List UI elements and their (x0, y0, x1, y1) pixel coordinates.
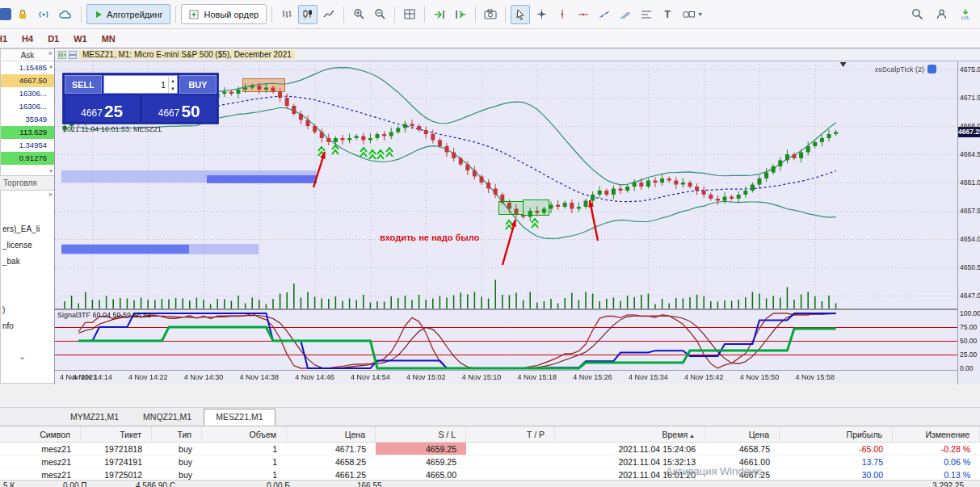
table-cell[interactable]: 4659.25 (376, 456, 466, 468)
volume-spinner[interactable]: ▲▼ (168, 77, 177, 93)
table-cell[interactable]: 4659.25 (376, 443, 466, 456)
table-cell[interactable]: 1 (202, 456, 287, 468)
buy-button[interactable]: BUY (179, 75, 217, 94)
volume-stepper[interactable]: 1 ▲▼ (103, 75, 178, 94)
signal-icon[interactable] (34, 5, 53, 24)
indicator-panel[interactable]: Signal3TF 60.04 50.59 66.52 (55, 310, 957, 370)
ask-column-header[interactable]: Ask (1, 49, 54, 61)
channel-icon[interactable] (616, 5, 635, 24)
bar-chart-icon[interactable] (277, 5, 297, 24)
camera-icon[interactable] (481, 5, 500, 24)
table-cell[interactable]: 19721818 (81, 443, 152, 456)
timeframe-H1[interactable]: H1 (0, 32, 15, 45)
scroll-down-icon[interactable]: ▼ (48, 169, 53, 174)
quote-value[interactable]: 0.91276 (1, 152, 54, 165)
horizontal-line-icon[interactable] (574, 5, 593, 24)
indicator-canvas[interactable] (55, 310, 957, 370)
timeframe-D1[interactable]: D1 (40, 32, 66, 45)
spinner-down-icon[interactable]: ▼ (169, 85, 177, 93)
table-cell[interactable] (466, 456, 555, 468)
table-header-cell[interactable]: S / L (376, 426, 466, 443)
navigator-item[interactable]: ers)_EA_li (1, 221, 54, 237)
algotrading-button[interactable]: Алготрейдинг (86, 4, 170, 24)
search-icon[interactable] (907, 5, 927, 24)
close-icon[interactable]: × (48, 50, 53, 57)
table-cell[interactable]: mesz21 (0, 443, 81, 456)
table-cell[interactable]: 4658.25 (287, 456, 376, 468)
sell-button[interactable]: SELL (65, 75, 102, 94)
quote-value[interactable]: 1.15485 (1, 61, 54, 74)
scroll-up-icon[interactable]: ▲ (48, 64, 53, 69)
table-cell[interactable]: mesz21 (0, 456, 81, 468)
navigator-item[interactable]: nfo (1, 318, 54, 334)
chart-tab-MESZ21M1[interactable]: MESZ21,M1 (204, 409, 275, 426)
chart-titlebar[interactable]: MESZ21, M1: Micro E-mini S&P 500 ($5), D… (55, 48, 980, 61)
lock-icon[interactable] (13, 5, 32, 24)
quote-value[interactable]: 1.34954 (1, 139, 54, 152)
chart-tab-MYMZ21M1[interactable]: MYMZ21,M1 (58, 409, 131, 426)
time-axis[interactable]: 4 Nov 20214 Nov 14:144 Nov 14:224 Nov 14… (55, 370, 957, 384)
trendline-icon[interactable] (595, 5, 614, 24)
table-cell[interactable] (466, 443, 555, 456)
table-cell[interactable]: -65.00 (780, 443, 893, 456)
table-header-cell[interactable]: Прибыль (780, 426, 893, 443)
navigator-item[interactable]: ) (1, 302, 54, 318)
volume-value[interactable]: 1 (104, 80, 168, 90)
zoom-out-icon[interactable] (370, 5, 389, 24)
quote-value[interactable]: 35949 (1, 113, 54, 126)
scroll-to-end-icon[interactable] (430, 5, 449, 24)
table-header-cell[interactable]: Объем (202, 426, 287, 443)
navigator-item[interactable] (1, 286, 54, 302)
table-cell[interactable]: buy (152, 456, 202, 468)
user-profile-icon[interactable] (932, 5, 951, 24)
trade-section-label[interactable]: Торговля (0, 176, 55, 190)
table-header-cell[interactable]: Изменение (893, 426, 980, 443)
table-cell[interactable]: 19724191 (81, 456, 152, 468)
shapes-icon[interactable]: ▼ (679, 5, 706, 24)
table-header-cell[interactable]: Цена (705, 426, 780, 443)
table-header-cell[interactable]: Символ (0, 426, 81, 443)
cloud-icon[interactable] (55, 5, 76, 24)
quote-value[interactable]: 16306... (1, 87, 54, 100)
navigator-item[interactable]: _license (1, 237, 54, 254)
table-cell[interactable]: -0.28 % (893, 443, 980, 456)
table-cell[interactable]: 13.75 (780, 456, 893, 468)
table-cell[interactable]: 1 (202, 443, 287, 456)
quote-value[interactable]: 4667.50 (1, 74, 54, 87)
table-cell[interactable]: 0.06 % (893, 456, 980, 468)
quote-value[interactable]: 113.629 (1, 126, 54, 139)
text-tool-icon[interactable]: T (658, 5, 677, 24)
table-header-cell[interactable]: Время ▲ (555, 426, 705, 443)
cursor-icon[interactable] (511, 5, 530, 24)
price-scale[interactable]: 4667.25 4675.004671.504668.004664.504661… (957, 61, 980, 384)
new-order-button[interactable]: Новый ордер (181, 4, 267, 24)
line-chart-icon[interactable] (319, 5, 339, 24)
navigator-item[interactable]: _bak (1, 254, 54, 270)
timeframe-MN[interactable]: MN (95, 32, 123, 45)
tile-windows-icon[interactable] (400, 5, 419, 24)
lvl-download-icon[interactable]: LVL (956, 5, 975, 24)
timeframe-H4[interactable]: H4 (15, 32, 40, 45)
table-cell[interactable]: 4671.75 (287, 443, 376, 456)
chart-tab-MNQZ21M1[interactable]: MNQZ21,M1 (131, 409, 204, 426)
table-header-cell[interactable]: Тип (152, 426, 202, 443)
navigator-item[interactable] (1, 270, 54, 286)
auto-scroll-icon[interactable] (451, 5, 470, 24)
spinner-up-icon[interactable]: ▲ (169, 77, 177, 85)
table-cell[interactable]: 4658.75 (705, 443, 780, 456)
table-header-cell[interactable]: Тикет (81, 426, 152, 443)
table-cell[interactable]: buy (152, 443, 202, 456)
table-header-cell[interactable]: Цена (287, 426, 376, 443)
zoom-in-icon[interactable] (349, 5, 368, 24)
timeframe-W1[interactable]: W1 (66, 32, 95, 45)
table-header-cell[interactable]: T / P (466, 426, 555, 443)
candles-icon[interactable] (298, 5, 318, 24)
vertical-line-icon[interactable] (553, 5, 572, 24)
chart-plot-area[interactable]: xsScalpTick (2) SELL 1 ▲▼ BUY 4667 25 (55, 61, 957, 309)
crosshair-icon[interactable] (532, 5, 551, 24)
table-cell[interactable]: 2021.11.04 15:24:06 (555, 443, 705, 456)
quote-value[interactable]: 16306... (1, 100, 54, 113)
collapse-chevron-icon[interactable]: ⌄ (19, 351, 26, 362)
close-icon[interactable]: × (48, 191, 53, 199)
fibo-retracement-icon[interactable] (637, 5, 656, 24)
